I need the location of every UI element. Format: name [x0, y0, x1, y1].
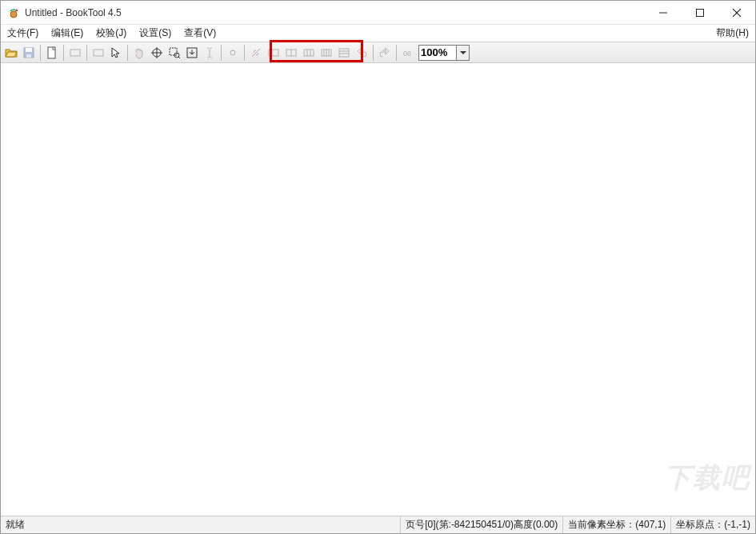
- new-page-button[interactable]: [43, 44, 61, 62]
- svg-rect-9: [48, 47, 55, 58]
- svg-rect-20: [269, 50, 278, 56]
- menu-help[interactable]: 帮助(H): [710, 25, 755, 42]
- link-tool-2[interactable]: [247, 44, 265, 62]
- workspace[interactable]: 下载吧: [1, 63, 755, 516]
- svg-text:08: 08: [403, 50, 411, 58]
- title-bar: Untitled - BookTool 4.5: [1, 1, 755, 25]
- window-title: Untitled - BookTool 4.5: [25, 7, 122, 18]
- svg-rect-15: [170, 48, 177, 55]
- svg-rect-31: [339, 49, 349, 57]
- status-page-info: 页号[0](第:-842150451/0)高度(0.00): [400, 516, 562, 533]
- zoom-dropdown-button[interactable]: [457, 45, 470, 61]
- svg-rect-10: [70, 50, 80, 56]
- menu-edit[interactable]: 编辑(E): [45, 25, 90, 42]
- svg-point-0: [10, 11, 17, 18]
- svg-rect-11: [94, 50, 103, 56]
- close-button[interactable]: [718, 1, 755, 25]
- rect-tool-1[interactable]: [66, 44, 84, 62]
- svg-rect-3: [697, 9, 704, 16]
- redo-button[interactable]: [376, 44, 394, 62]
- toolbar: 08: [1, 42, 755, 63]
- column-layout-5[interactable]: [335, 44, 353, 62]
- column-layout-1[interactable]: [265, 44, 282, 62]
- column-layout-3[interactable]: [300, 44, 318, 62]
- num-button[interactable]: 08: [399, 44, 417, 62]
- svg-rect-7: [26, 48, 32, 52]
- undo-button[interactable]: [353, 44, 370, 62]
- menu-file[interactable]: 文件(F): [1, 25, 45, 42]
- insert-tool[interactable]: [183, 44, 201, 62]
- maximize-button[interactable]: [682, 1, 718, 25]
- menu-view[interactable]: 查看(V): [178, 25, 222, 42]
- open-button[interactable]: [2, 44, 20, 62]
- menu-verify[interactable]: 校验(J): [90, 25, 133, 42]
- watermark: 下载吧: [664, 460, 750, 496]
- pointer-tool[interactable]: [107, 44, 125, 62]
- crosshair-tool[interactable]: [148, 44, 166, 62]
- svg-rect-24: [304, 50, 314, 56]
- svg-line-17: [178, 57, 180, 58]
- column-layout-2[interactable]: [282, 44, 300, 62]
- app-icon: [7, 6, 20, 19]
- svg-point-1: [16, 9, 18, 10]
- hand-tool[interactable]: [130, 44, 148, 62]
- link-tool-1[interactable]: [224, 44, 242, 62]
- text-cursor-tool[interactable]: [201, 44, 218, 62]
- status-origin: 坐标原点：(-1,-1): [670, 516, 755, 533]
- save-button[interactable]: [20, 44, 38, 62]
- zoom-combo[interactable]: [418, 45, 470, 61]
- app-window: Untitled - BookTool 4.5 文件(F) 编辑(E) 校验(J…: [0, 0, 756, 534]
- status-ready: 就绪: [1, 518, 30, 532]
- svg-rect-8: [26, 54, 31, 58]
- zoom-input[interactable]: [418, 45, 457, 61]
- status-bar: 就绪 页号[0](第:-842150451/0)高度(0.00) 当前像素坐标：…: [1, 516, 755, 533]
- menu-settings[interactable]: 设置(S): [133, 25, 178, 42]
- minimize-button[interactable]: [645, 1, 682, 25]
- menu-bar: 文件(F) 编辑(E) 校验(J) 设置(S) 查看(V) 帮助(H): [1, 25, 755, 42]
- zoom-region-tool[interactable]: [166, 44, 183, 62]
- column-layout-4[interactable]: [318, 44, 335, 62]
- rect-tool-2[interactable]: [90, 44, 107, 62]
- status-cursor: 当前像素坐标：(407,1): [562, 516, 670, 533]
